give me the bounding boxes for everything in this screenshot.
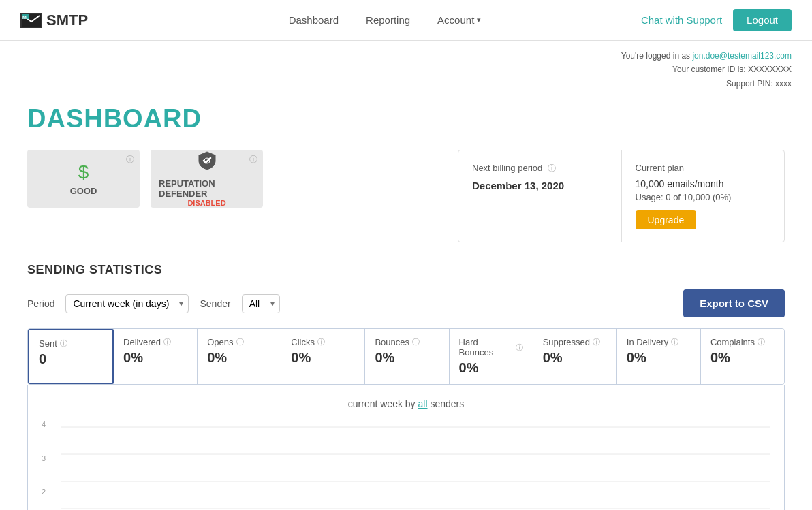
stat-clicks-info-icon[interactable]: ⓘ — [317, 337, 325, 347]
chat-support-link[interactable]: Chat with Support — [641, 14, 722, 26]
y-axis-labels: 1 2 3 4 — [42, 420, 46, 510]
navbar: M SMTP Dashboard Reporting Account ▾ Cha… — [0, 0, 812, 41]
stat-tile-suppressed[interactable]: Suppressed ⓘ 0% — [533, 329, 617, 384]
stat-tile-delivered[interactable]: Delivered ⓘ 0% — [114, 329, 198, 384]
sender-select[interactable]: All — [242, 294, 280, 313]
stat-opens-value: 0% — [207, 350, 271, 366]
billing-card: Next billing period ⓘ December 13, 2020 … — [458, 150, 785, 242]
rep-defender-label: REPUTATION DEFENDER — [159, 178, 255, 199]
chart-container: current week by all senders 1 2 3 4 — [27, 385, 785, 510]
stat-complaints-value: 0% — [710, 350, 775, 366]
nav-dashboard[interactable]: Dashboard — [289, 14, 339, 26]
sender-label: Sender — [200, 298, 230, 309]
period-label: Period — [27, 298, 54, 309]
rep-defender-info-icon[interactable]: ⓘ — [249, 154, 257, 165]
reputation-label: GOOD — [70, 186, 97, 196]
stat-suppressed-info-icon[interactable]: ⓘ — [593, 337, 600, 347]
stat-tile-clicks[interactable]: Clicks ⓘ 0% — [281, 329, 365, 384]
billing-period-section: Next billing period ⓘ December 13, 2020 — [458, 150, 622, 242]
logo-text: SMTP — [46, 12, 88, 29]
chart-title: current week by all senders — [42, 398, 770, 409]
stat-in-delivery-info-icon[interactable]: ⓘ — [671, 337, 678, 347]
export-csv-button[interactable]: Export to CSV — [683, 289, 785, 317]
widgets-row: ⓘ $ GOOD ⓘ REPUTATION DEFENDER DISABLED … — [27, 150, 785, 242]
period-select-wrapper: Current week (in days) — [65, 294, 189, 313]
billing-plan-name: 10,000 emails/month — [636, 178, 771, 189]
stat-in-delivery-label: In Delivery — [627, 337, 668, 347]
chart-area: 1 2 3 4 — [42, 420, 770, 510]
nav-right: Chat with Support Logout — [641, 9, 792, 31]
stat-sent-value: 0 — [39, 351, 103, 367]
page-title: DASHBOARD — [27, 104, 785, 133]
stat-opens-label: Opens — [207, 337, 233, 347]
stat-tile-in-delivery-header: In Delivery ⓘ — [627, 337, 691, 347]
reputation-widget: ⓘ $ GOOD — [27, 150, 140, 208]
stat-tile-delivered-header: Delivered ⓘ — [123, 337, 187, 347]
billing-date: December 13, 2020 — [472, 180, 608, 191]
stat-suppressed-value: 0% — [543, 350, 607, 366]
support-pin: xxxx — [775, 79, 792, 89]
billing-plan-section: Current plan 10,000 emails/month Usage: … — [622, 150, 785, 242]
stat-tile-sent[interactable]: Sent ⓘ 0 — [28, 329, 114, 384]
stat-hard-bounces-value: 0% — [459, 360, 523, 376]
chart-svg — [61, 420, 770, 510]
nav-links: Dashboard Reporting Account ▾ — [129, 14, 641, 26]
support-pin-line: Support PIN: xxxx — [0, 77, 792, 91]
stat-sent-label: Sent — [39, 338, 57, 349]
rep-defender-status: DISABLED — [187, 199, 225, 207]
stat-tile-bounces[interactable]: Bounces ⓘ 0% — [365, 329, 449, 384]
billing-usage: Usage: 0 of 10,000 (0%) — [636, 192, 771, 202]
period-select[interactable]: Current week (in days) — [65, 294, 189, 313]
reputation-info-icon[interactable]: ⓘ — [126, 154, 134, 165]
stat-bounces-value: 0% — [375, 350, 439, 366]
stat-tile-opens-header: Opens ⓘ — [207, 337, 271, 347]
stat-tile-suppressed-header: Suppressed ⓘ — [543, 337, 607, 347]
stat-sent-info-icon[interactable]: ⓘ — [60, 338, 67, 349]
stat-in-delivery-value: 0% — [627, 350, 691, 366]
stat-opens-info-icon[interactable]: ⓘ — [236, 337, 244, 347]
customer-id: XXXXXXXX — [748, 65, 792, 74]
nav-account-label: Account — [437, 14, 474, 26]
stat-delivered-info-icon[interactable]: ⓘ — [163, 337, 171, 347]
logout-button[interactable]: Logout — [733, 9, 792, 31]
logo[interactable]: M SMTP — [20, 12, 88, 29]
stat-tile-complaints[interactable]: Complaints ⓘ 0% — [701, 329, 784, 384]
stat-hard-bounces-label: Hard Bounces — [459, 337, 513, 357]
stat-delivered-label: Delivered — [123, 337, 161, 347]
stat-clicks-label: Clicks — [291, 337, 315, 347]
stat-complaints-info-icon[interactable]: ⓘ — [758, 337, 765, 347]
svg-text:M: M — [22, 15, 27, 20]
billing-period-label: Next billing period ⓘ — [472, 163, 608, 174]
sending-stats-title: SENDING STATISTICS — [27, 263, 785, 277]
chart-title-prefix: current week by — [348, 398, 418, 409]
rep-defender-widget: ⓘ REPUTATION DEFENDER DISABLED — [151, 150, 263, 208]
user-email-line: You're logged in as jon.doe@testemail123… — [0, 49, 792, 63]
sender-select-wrapper: All — [242, 294, 280, 313]
y-label-2: 2 — [42, 488, 46, 496]
main-content: DASHBOARD ⓘ $ GOOD ⓘ REPUTATION DEFENDER… — [0, 91, 812, 510]
stat-clicks-value: 0% — [291, 350, 355, 366]
logo-icon: M — [20, 13, 42, 28]
shield-icon — [197, 150, 217, 176]
chevron-down-icon: ▾ — [477, 16, 481, 25]
stat-delivered-value: 0% — [123, 350, 187, 366]
stat-tile-bounces-header: Bounces ⓘ — [375, 337, 439, 347]
nav-reporting[interactable]: Reporting — [366, 14, 410, 26]
chart-all-link[interactable]: all — [418, 398, 428, 409]
stat-tile-sent-header: Sent ⓘ — [39, 338, 103, 349]
stat-tile-opens[interactable]: Opens ⓘ 0% — [198, 329, 281, 384]
stat-bounces-label: Bounces — [375, 337, 409, 347]
stat-bounces-info-icon[interactable]: ⓘ — [412, 337, 420, 347]
nav-account[interactable]: Account ▾ — [437, 14, 481, 26]
filter-row: Period Current week (in days) Sender All… — [27, 289, 785, 317]
y-label-4: 4 — [42, 420, 46, 428]
stat-tile-hard-bounces[interactable]: Hard Bounces ⓘ 0% — [450, 329, 533, 384]
user-email[interactable]: jon.doe@testemail123.com — [692, 51, 792, 61]
billing-period-info-icon[interactable]: ⓘ — [548, 163, 556, 173]
stat-tile-complaints-header: Complaints ⓘ — [710, 337, 775, 347]
stat-tile-in-delivery[interactable]: In Delivery ⓘ 0% — [617, 329, 701, 384]
stat-complaints-label: Complaints — [710, 337, 755, 347]
stat-hard-bounces-info-icon[interactable]: ⓘ — [516, 342, 523, 353]
stat-suppressed-label: Suppressed — [543, 337, 590, 347]
upgrade-button[interactable]: Upgrade — [636, 210, 697, 229]
